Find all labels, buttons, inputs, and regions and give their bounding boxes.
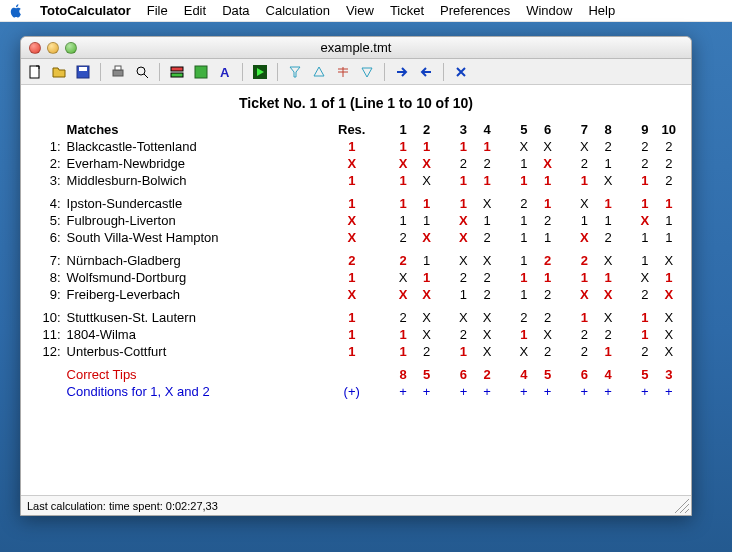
prev-icon[interactable] [416,62,436,82]
col-6: 6 [536,121,560,138]
next-icon[interactable] [392,62,412,82]
minimize-button[interactable] [47,42,59,54]
new-icon[interactable] [25,62,45,82]
menubar: TotoCalculator File Edit Data Calculatio… [0,0,732,22]
conditions-toggle[interactable]: (+) [325,383,378,400]
table-row: 3:Middlesburn-Bolwich11X11111X12 [31,172,681,189]
svg-point-5 [137,67,145,75]
preview-icon[interactable] [132,62,152,82]
table-row: 9:Freiberg-LeverbachXXX1212XX2X [31,286,681,303]
disk-icon[interactable] [191,62,211,82]
apple-logo-icon [8,3,24,19]
correct-tips-row: Correct Tips8562456453 [31,366,681,383]
menu-preferences[interactable]: Preferences [440,3,510,18]
menu-ticket[interactable]: Ticket [390,3,424,18]
table-row: 2:Everham-NewbridgeXXX221X2122 [31,155,681,172]
table-row: 5:Fulbrough-LivertonX11X11211X1 [31,212,681,229]
col-4: 4 [475,121,499,138]
menu-data[interactable]: Data [222,3,249,18]
table-row: 11:1804-Wilma11X2X1X221X [31,326,681,343]
col-9: 9 [633,121,657,138]
zoom-button[interactable] [65,42,77,54]
svg-line-6 [144,74,148,78]
col-7: 7 [573,121,597,138]
data-icon[interactable] [167,62,187,82]
table-row: 8:Wolfsmund-Dortburg1X1221111X1 [31,269,681,286]
resize-grip-icon[interactable] [675,499,689,513]
print-icon[interactable] [108,62,128,82]
col-matches: Matches [63,121,326,138]
run-icon[interactable] [250,62,270,82]
table-row: 1:Blackcastle-Tottenland11111XXX222 [31,138,681,155]
window-title: example.tmt [21,40,691,55]
filter1-icon[interactable] [285,62,305,82]
font-icon[interactable]: A [215,62,235,82]
open-icon[interactable] [49,62,69,82]
svg-rect-3 [113,70,123,76]
svg-text:A: A [220,65,230,80]
ticket-title: Ticket No. 1 of 1 (Line 1 to 10 of 10) [31,95,681,111]
table-row: 4:Ipston-Sundercastle1111X21X111 [31,195,681,212]
filter3-icon[interactable] [333,62,353,82]
menu-view[interactable]: View [346,3,374,18]
menu-file[interactable]: File [147,3,168,18]
svg-rect-4 [115,66,121,70]
menu-calculation[interactable]: Calculation [266,3,330,18]
table-row: 6:South Villa-West HamptonX2XX211X211 [31,229,681,246]
menu-help[interactable]: Help [588,3,615,18]
svg-rect-0 [30,66,39,78]
col-2: 2 [415,121,439,138]
toolbar: A [21,59,691,85]
table-row: 12:Unterbus-Cottfurt1121XX2212X [31,343,681,360]
status-text: Last calculation: time spent: 0:02:27,33 [27,500,218,512]
col-8: 8 [596,121,620,138]
col-res: Res. [325,121,378,138]
svg-rect-8 [171,73,183,77]
table-row: 10:Stuttkusen-St. Lautern12XXX221X1X [31,309,681,326]
conditions-row[interactable]: Conditions for 1, X and 2(+)++++++++++ [31,383,681,400]
col-3: 3 [452,121,476,138]
document-window: example.tmt A Ticket No. 1 of 1 (Line 1 … [20,36,692,516]
statusbar: Last calculation: time spent: 0:02:27,33 [21,495,691,515]
filter2-icon[interactable] [309,62,329,82]
svg-rect-7 [171,67,183,71]
save-icon[interactable] [73,62,93,82]
titlebar[interactable]: example.tmt [21,37,691,59]
close-button[interactable] [29,42,41,54]
col-1: 1 [391,121,415,138]
menu-window[interactable]: Window [526,3,572,18]
app-name: TotoCalculator [40,3,131,18]
filter4-icon[interactable] [357,62,377,82]
svg-rect-9 [195,66,207,78]
ticket-grid: Matches Res. 1 2 3 4 5 6 7 8 9 10 [31,121,681,400]
svg-rect-2 [79,67,87,71]
menu-edit[interactable]: Edit [184,3,206,18]
col-5: 5 [512,121,536,138]
col-10: 10 [657,121,681,138]
clear-icon[interactable] [451,62,471,82]
content-area: Ticket No. 1 of 1 (Line 1 to 10 of 10) M… [21,85,691,495]
table-row: 7:Nürnbach-Gladberg221XX122X1X [31,252,681,269]
